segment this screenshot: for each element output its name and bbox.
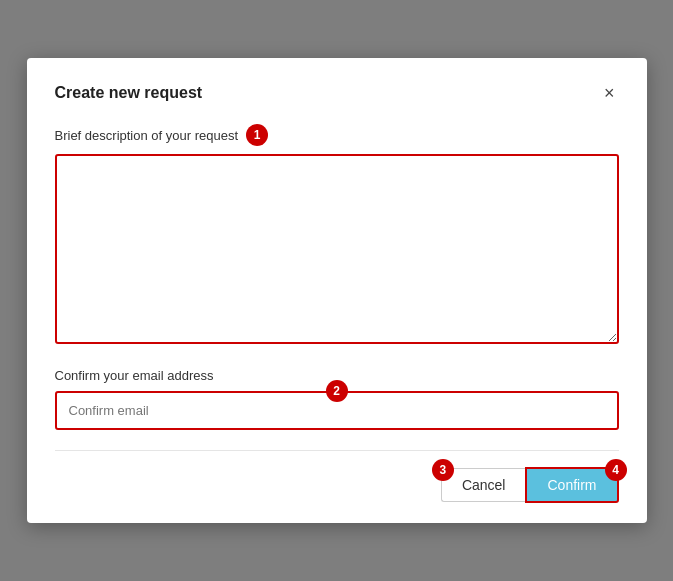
description-label-row: Brief description of your request 1 [55, 124, 619, 146]
modal-footer: 3 Cancel 4 Confirm [55, 450, 619, 503]
modal-title: Create new request [55, 84, 203, 102]
step-4-badge: 4 [605, 459, 627, 481]
step-2-badge: 2 [326, 380, 348, 402]
modal-overlay: Create new request × Brief description o… [0, 0, 673, 581]
description-textarea[interactable] [55, 154, 619, 344]
modal-header: Create new request × [55, 82, 619, 104]
description-label-text: Brief description of your request [55, 128, 239, 143]
email-input-container: 2 [55, 391, 619, 430]
close-button[interactable]: × [600, 82, 619, 104]
confirm-button[interactable]: 4 Confirm [525, 467, 618, 503]
email-label-text: Confirm your email address [55, 368, 214, 383]
step-3-badge: 3 [432, 459, 454, 481]
modal-dialog: Create new request × Brief description o… [27, 58, 647, 523]
cancel-button[interactable]: 3 Cancel [441, 468, 526, 502]
step-1-badge: 1 [246, 124, 268, 146]
